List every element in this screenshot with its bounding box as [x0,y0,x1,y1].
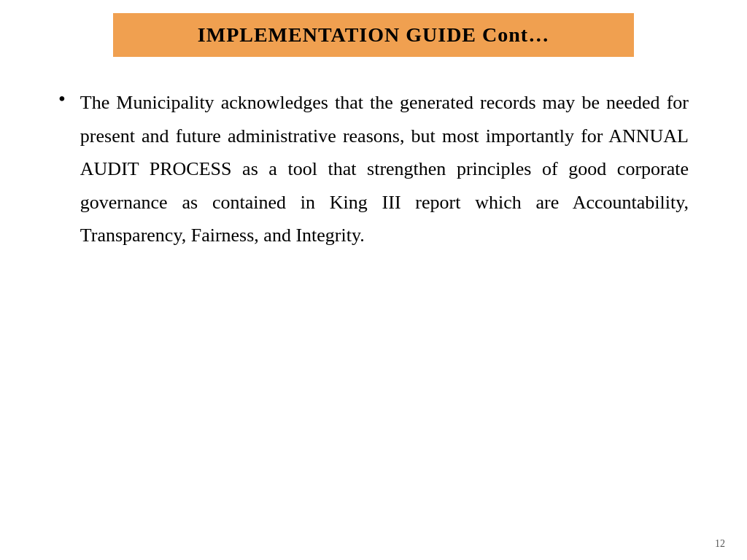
bullet-text: The Municipality acknowledges that the g… [80,86,689,252]
content-area: • The Municipality acknowledges that the… [0,57,747,560]
bullet-icon: • [58,88,66,111]
slide: IMPLEMENTATION GUIDE Cont… • The Municip… [0,0,747,560]
header-title: IMPLEMENTATION GUIDE Cont… [198,23,549,46]
bullet-item: • The Municipality acknowledges that the… [58,86,689,252]
page-number: 12 [715,538,725,550]
header-banner: IMPLEMENTATION GUIDE Cont… [113,13,634,57]
